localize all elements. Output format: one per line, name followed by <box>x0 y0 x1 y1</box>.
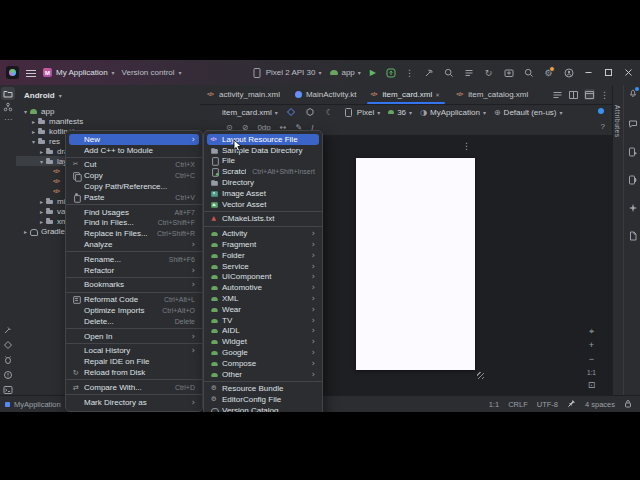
menu-item-new[interactable]: New› <box>69 134 199 145</box>
lock-icon[interactable] <box>624 399 632 410</box>
menu-item-google[interactable]: Google› <box>207 347 319 358</box>
menu-item-layout-resource-file[interactable]: Layout Resource File <box>207 134 319 145</box>
menu-item-reformat-code[interactable]: Reformat CodeCtrl+Alt+L <box>69 294 199 305</box>
pan-tool-icon[interactable]: ⌖ <box>589 327 594 336</box>
run-configuration-selector[interactable]: app ▾ <box>330 68 360 77</box>
menu-item-open-in[interactable]: Open In› <box>69 331 199 342</box>
problems-icon[interactable] <box>1 368 15 381</box>
menu-item-analyze[interactable]: Analyze› <box>69 239 199 250</box>
tree-item-manifests[interactable]: manifests <box>16 116 200 126</box>
device-mirroring-icon[interactable] <box>627 174 639 186</box>
menu-item-local-history[interactable]: Local History› <box>69 346 199 357</box>
menu-item-fragment[interactable]: Fragment› <box>207 239 319 250</box>
close-button[interactable] <box>623 67 634 78</box>
menu-item-cmakelists-txt[interactable]: CMakeLists.txt <box>207 214 319 225</box>
line-separator[interactable]: CRLF <box>508 400 528 409</box>
menu-item-find-usages[interactable]: Find UsagesAlt+F7 <box>69 207 199 218</box>
more-tools-icon[interactable]: ⋯ <box>1 113 15 126</box>
chevron-closed-icon[interactable] <box>38 218 45 225</box>
device-chip[interactable]: Pixel ▾ <box>343 107 380 118</box>
menu-item-compose[interactable]: Compose› <box>207 358 319 369</box>
build-icon[interactable] <box>423 67 434 78</box>
menu-item-replace-in-files[interactable]: Replace in Files...Ctrl+Shift+R <box>69 228 199 239</box>
menu-item-folder[interactable]: Folder› <box>207 250 319 261</box>
menu-item-other[interactable]: Other› <box>207 369 319 380</box>
search-icon[interactable] <box>523 67 534 78</box>
editor-tab-mainactivity-kt[interactable]: MainActivity.kt <box>287 85 364 104</box>
chevron-open-icon[interactable] <box>22 108 29 115</box>
chevron-closed-icon[interactable] <box>22 228 29 235</box>
canvas-menu-icon[interactable]: ⋮ <box>462 141 471 151</box>
project-view-selector[interactable]: Android ▾ <box>16 88 200 102</box>
menu-item-version-catalog[interactable]: Version Catalog <box>207 405 319 412</box>
build-tool-icon[interactable] <box>1 323 15 336</box>
minimize-button[interactable] <box>583 67 594 78</box>
menu-item-vector-asset[interactable]: Vector Asset <box>207 199 319 210</box>
commit-icon[interactable] <box>503 67 514 78</box>
menu-item-optimize-imports[interactable]: Optimize ImportsCtrl+Alt+O <box>69 305 199 316</box>
gemini-spark-icon[interactable] <box>627 202 639 214</box>
menu-item-activity[interactable]: Activity› <box>207 228 319 239</box>
apply-changes-button[interactable] <box>385 67 396 78</box>
tab-options-icon[interactable]: ⋮ <box>600 90 609 100</box>
pin-icon[interactable] <box>567 399 576 410</box>
api-level-chip[interactable]: 36 ▾ <box>388 108 412 117</box>
close-tab-icon[interactable] <box>435 90 442 99</box>
run-button[interactable]: ▶ <box>370 69 376 77</box>
chevron-closed-icon[interactable] <box>30 128 37 135</box>
menu-item-bookmarks[interactable]: Bookmarks› <box>69 280 199 291</box>
device-selector[interactable]: Pixel 2 API 30 ▾ <box>252 67 322 78</box>
menu-item-sample-data-directory[interactable]: Sample Data Directory <box>207 145 319 156</box>
chevron-closed-icon[interactable] <box>38 208 45 215</box>
zoom-100-button[interactable]: 1:1 <box>587 369 596 376</box>
chevron-open-icon[interactable] <box>30 138 37 145</box>
zoom-fit-button[interactable]: ⊡ <box>588 381 596 390</box>
tree-item-app[interactable]: app <box>16 106 200 116</box>
menu-item-aidl[interactable]: AIDL› <box>207 326 319 337</box>
maximize-button[interactable] <box>603 67 614 78</box>
menu-item-rename[interactable]: Rename...Shift+F6 <box>69 254 199 265</box>
menu-item-compare-with[interactable]: Compare With...Ctrl+D <box>69 382 199 393</box>
menu-item-reload-from-disk[interactable]: Reload from Disk <box>69 367 199 378</box>
layout-file-selector[interactable]: item_card.xml ▾ <box>222 108 278 117</box>
menu-item-copy-path-reference[interactable]: Copy Path/Reference... <box>69 181 199 192</box>
todo-list-icon[interactable] <box>463 67 474 78</box>
zoom-in-button[interactable]: + <box>589 341 594 350</box>
chat-icon[interactable] <box>627 118 639 130</box>
canvas-resize-handle[interactable] <box>477 372 484 379</box>
document-icon[interactable] <box>627 230 639 242</box>
menu-item-directory[interactable]: Directory <box>207 177 319 188</box>
menu-item-xml[interactable]: XML› <box>207 293 319 304</box>
menu-item-cut[interactable]: CutCtrl+X <box>69 160 199 171</box>
profiler-icon[interactable] <box>443 67 454 78</box>
code-view-icon[interactable] <box>552 89 563 100</box>
locale-chip[interactable]: ⊕ Default (en-us) ▾ <box>494 108 563 117</box>
structure-tool-icon[interactable] <box>1 100 15 113</box>
project-widget[interactable]: M My Application ▾ <box>43 68 115 77</box>
menu-item-widget[interactable]: Widget› <box>207 336 319 347</box>
running-devices-icon[interactable] <box>627 146 639 158</box>
chevron-closed-icon[interactable] <box>38 148 45 155</box>
menu-item-image-asset[interactable]: Image Asset <box>207 188 319 199</box>
menu-item-delete[interactable]: Delete...Delete <box>69 316 199 327</box>
menu-item-wear[interactable]: Wear› <box>207 304 319 315</box>
main-menu-icon[interactable] <box>26 69 36 77</box>
menu-item-repair-ide-on-file[interactable]: Repair IDE on File <box>69 356 199 367</box>
help-icon[interactable]: ? <box>601 122 605 131</box>
account-icon[interactable] <box>563 67 574 78</box>
notifications-bell-icon[interactable] <box>627 87 639 99</box>
notification-dot-icon[interactable] <box>598 108 604 114</box>
menu-item-mark-directory-as[interactable]: Mark Directory as› <box>69 397 199 408</box>
menu-item-copy[interactable]: CopyCtrl+C <box>69 170 199 181</box>
editor-tab-item-card-xml[interactable]: item_card.xml <box>363 85 449 104</box>
menu-item-service[interactable]: Service› <box>207 261 319 272</box>
blueprint-surface-icon[interactable] <box>305 107 316 118</box>
more-actions-icon[interactable]: ⋮ <box>405 68 414 78</box>
attributes-tab[interactable]: Attributes <box>614 105 621 155</box>
theme-chip[interactable]: ◑ MyApplication ▾ <box>420 108 486 117</box>
layout-canvas[interactable] <box>356 158 475 370</box>
night-mode-icon[interactable]: ☾ <box>324 107 335 118</box>
menu-item-automotive[interactable]: Automotive› <box>207 282 319 293</box>
sync-project-icon[interactable]: ↻ <box>483 67 494 78</box>
menu-item-resource-bundle[interactable]: Resource Bundle <box>207 384 319 395</box>
